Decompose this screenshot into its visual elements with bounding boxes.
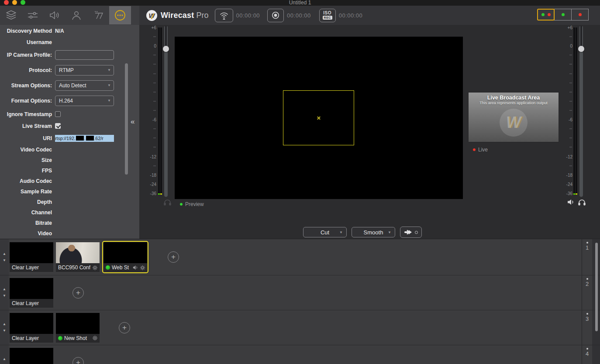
peak-indicator [160,193,162,195]
shot-live-dot-icon [58,336,62,340]
layer-dot-icon [586,313,588,315]
mode-preview-only-button[interactable] [554,9,572,21]
selection-box[interactable] [283,90,354,145]
shot-live-dot-icon [106,265,110,270]
ignore-timestamp-checkbox[interactable] [55,111,61,117]
preview-dot-icon [180,203,183,206]
field-label: Video [0,230,55,237]
mode-preview-live-button[interactable] [537,9,555,21]
wirecast-logo-icon: W [146,10,157,21]
headphone-icon[interactable] [578,199,586,206]
meter-tick-label: -18 [566,172,572,177]
uri-input[interactable]: rtsp://192...62/r [55,135,114,142]
meter-tick [153,110,156,111]
layer-reorder-controls: ▲▼ [0,239,9,275]
gear-icon[interactable] [92,335,98,341]
green-dot-icon [541,13,545,16]
meter-tick-label: 0 [154,44,156,48]
layers-scrollbar[interactable] [595,243,598,331]
record-button[interactable] [267,9,284,22]
shot-thumbnail [10,242,53,263]
add-shot-button[interactable]: + [72,357,84,364]
shot-new-shot[interactable]: New Shot [56,313,100,343]
headphone-icon[interactable] [163,199,172,206]
mode-live-only-button[interactable] [571,9,589,21]
layer-up-button[interactable]: ▲ [3,357,6,361]
meter-tick [153,73,156,74]
meter-tick [153,55,156,55]
layer-down-button[interactable]: ▼ [3,329,6,333]
volume-slider[interactable] [579,26,583,197]
shot-name: BCC950 Conf [58,264,90,271]
field-label: Ignore Timestamp [0,111,55,117]
meter-tick-label: -24 [566,182,572,186]
chevron-down-icon: ▼ [107,68,111,72]
shot-web-st[interactable]: Web St [102,241,148,273]
transition-cut-select[interactable]: Cut ▼ [303,227,347,237]
collapse-sidebar-button[interactable]: « [131,117,134,126]
volume-knob[interactable] [163,46,169,52]
meter-tick-label: -12 [566,154,572,159]
add-shot-button[interactable]: + [119,322,130,333]
more-tool-button[interactable] [109,6,131,24]
field-label: Channel [0,209,55,216]
preview-status: Preview [180,201,204,207]
ip-camera-profile-input[interactable] [55,50,114,60]
stream-button[interactable] [215,9,233,22]
shot-bcc950-conf[interactable]: BCC950 Conf [56,242,100,272]
meter-tick [569,73,572,74]
iso-timer: 00:00:00 [339,12,363,19]
shot-label-bar: Clear Layer [10,263,53,272]
templates-tool-button[interactable] [87,6,109,24]
guest-tool-button[interactable] [66,6,87,24]
more-ellipsis-icon [114,9,126,21]
shot-clear-layer[interactable]: Clear Layer [10,313,53,343]
layer-up-button[interactable]: ▲ [3,288,6,291]
layer-down-button[interactable]: ▼ [3,294,6,298]
shot-strip: Clear Layer+ [9,345,582,364]
shot-clear-layer[interactable]: Clear Layer [10,348,53,364]
protocol-select[interactable]: RTMP ▼ [55,65,114,76]
discovery-method-value: N/A [55,28,64,34]
sidebar-scrollbar[interactable] [125,63,128,175]
volume-knob[interactable] [578,46,584,52]
stream-options-select[interactable]: Auto Detect ▼ [55,80,114,91]
meter-bar [573,27,575,195]
brand-name: Wirecast [161,11,194,20]
layer-down-button[interactable]: ▼ [3,259,6,262]
go-transition-button[interactable] [400,227,422,238]
broadcast-title: Live Broadcast Area [469,95,559,101]
layer-up-button[interactable]: ▲ [3,323,6,326]
meter-bars [158,27,162,195]
live-stream-checkbox[interactable] [55,123,61,129]
main-area: +60-6-12-18-24-36 [139,25,600,239]
shot-thumbnail [56,242,100,263]
meter-tick [569,101,572,101]
add-shot-button[interactable]: + [72,287,84,299]
meter-tick [153,82,156,83]
chevron-down-icon: ▼ [107,99,111,103]
shot-name: New Shot [64,335,90,341]
gear-icon[interactable] [92,265,98,271]
add-shot-button[interactable]: + [168,251,179,263]
layer-row-1: ▲▼Clear LayerBCC950 ConfWeb St+1 [0,239,600,275]
field-label: Format Options: [0,98,55,104]
meter-tick [153,165,156,166]
iso-record-button[interactable]: ISO REC [319,9,336,22]
meter-tick-label: 0 [570,44,572,48]
preview-canvas[interactable] [175,37,463,199]
shot-audio-icon[interactable] [133,265,138,270]
volume-slider[interactable] [164,26,168,197]
format-options-select[interactable]: H.264 ▼ [55,96,114,106]
shot-clear-layer[interactable]: Clear Layer [10,278,53,308]
layer-up-button[interactable]: ▲ [3,252,6,256]
layers-tool-button[interactable] [0,6,22,24]
speaker-monitor-icon[interactable] [567,199,575,206]
adjustments-tool-button[interactable] [22,6,44,24]
transition-smooth-select[interactable]: Smooth ▼ [352,227,395,237]
meter-bar [158,27,160,195]
gear-icon[interactable] [140,265,145,271]
preview-audio-meter: +60-6-12-18-24-36 [148,26,171,206]
audio-tool-button[interactable] [44,6,66,24]
shot-clear-layer[interactable]: Clear Layer [10,242,53,272]
